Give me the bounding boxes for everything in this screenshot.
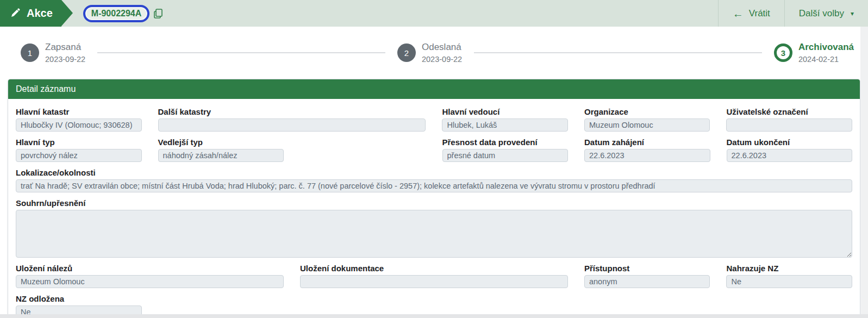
field-label-nahrazuje-nz: Nahrazuje NZ <box>726 264 852 273</box>
step-2-circle: 2 <box>397 43 416 62</box>
panel-body: Hlavní katastr Další katastry Hlavní ved… <box>8 99 860 318</box>
back-button[interactable]: ← Vrátit <box>718 0 784 27</box>
record-detail-panel: Detail záznamu Hlavní katastr Další kata… <box>8 79 860 318</box>
field-input-vedlejsi-typ <box>158 149 284 162</box>
field-input-ulozeni-nalezu <box>16 275 284 288</box>
field-label-hlavni-vedouci: Hlavní vedoucí <box>442 107 568 116</box>
step-1-date: 2023-09-22 <box>45 54 85 64</box>
back-button-label: Vrátit <box>749 8 770 19</box>
step-2-label: Odeslaná <box>422 41 462 53</box>
page-bottom-edge <box>0 314 868 318</box>
field-label-pristupnost: Přístupnost <box>584 264 710 273</box>
field-label-hlavni-katastr: Hlavní katastr <box>16 107 142 116</box>
step-zapsana: 1 Zapsaná 2023-09-22 <box>21 41 85 64</box>
field-input-organizace <box>584 119 710 132</box>
field-label-ulozeni-nalezu: Uložení nálezů <box>16 264 284 273</box>
field-input-pristupnost <box>584 275 710 288</box>
field-input-uzivatelske-oznaceni <box>726 119 852 132</box>
step-archivovana: 3 Archivovaná 2024-02-21 <box>774 41 854 64</box>
field-label-lokalizace: Lokalizace/okolnosti <box>16 168 852 177</box>
step-3-circle: 3 <box>774 43 792 62</box>
field-label-souhrn: Souhrn/upřesnění <box>16 198 852 208</box>
record-id-group: M-9002294A <box>83 0 163 27</box>
step-3-label: Archivovaná <box>798 41 854 53</box>
step-1-circle: 1 <box>21 43 39 62</box>
field-label-hlavni-typ: Hlavní typ <box>16 138 142 147</box>
field-label-dalsi-katastry: Další katastry <box>158 107 426 116</box>
field-label-uzivatelske-oznaceni: Uživatelské označení <box>726 107 852 116</box>
field-label-organizace: Organizace <box>584 107 710 116</box>
field-input-datum-zahajeni <box>584 149 710 162</box>
more-options-dropdown[interactable]: Další volby ▾ <box>784 0 868 27</box>
field-label-ulozeni-dokumentace: Uložení dokumentace <box>300 264 568 273</box>
step-odeslana: 2 Odeslaná 2023-09-22 <box>397 41 462 64</box>
field-input-hlavni-typ <box>16 149 142 162</box>
left-arrow-icon: ← <box>733 8 744 19</box>
record-id-badge[interactable]: M-9002294A <box>83 5 150 22</box>
field-input-ulozeni-dokumentace <box>300 275 568 288</box>
step-connector <box>474 52 762 53</box>
module-tag-akce: Akce <box>0 0 61 27</box>
step-3-date: 2024-02-21 <box>798 54 854 64</box>
vertical-scrollbar-track[interactable] <box>860 27 868 314</box>
top-header-bar: Akce M-9002294A ← Vrátit Další volby ▾ <box>0 0 868 27</box>
field-input-hlavni-katastr <box>16 119 142 132</box>
field-label-vedlejsi-typ: Vedlejší typ <box>158 138 284 147</box>
step-1-label: Zapsaná <box>45 41 85 53</box>
field-label-nz-odlozena: NZ odložena <box>16 294 142 303</box>
header-actions: ← Vrátit Další volby ▾ <box>718 0 868 27</box>
field-label-datum-zahajeni: Datum zahájení <box>584 138 710 147</box>
step-2-date: 2023-09-22 <box>422 54 462 64</box>
panel-title: Detail záznamu <box>8 79 860 99</box>
module-tag-label: Akce <box>27 7 53 20</box>
field-label-presnost: Přesnost data provedení <box>442 138 569 147</box>
field-input-hlavni-vedouci <box>442 119 568 132</box>
workflow-stepper: 1 Zapsaná 2023-09-22 2 Odeslaná 2023-09-… <box>0 27 868 79</box>
step-connector <box>97 52 385 53</box>
field-label-datum-ukonceni: Datum ukončení <box>727 138 853 147</box>
caret-down-icon: ▾ <box>851 10 854 17</box>
field-input-lokalizace <box>16 179 852 192</box>
field-textarea-souhrn[interactable] <box>16 210 852 258</box>
field-input-presnost <box>442 149 569 162</box>
field-input-dalsi-katastry <box>158 119 426 132</box>
pencil-icon <box>10 8 20 18</box>
copy-icon[interactable] <box>154 9 163 18</box>
more-options-label: Další volby <box>799 8 844 19</box>
field-input-nahrazuje-nz <box>726 275 852 288</box>
field-input-datum-ukonceni <box>727 149 853 162</box>
